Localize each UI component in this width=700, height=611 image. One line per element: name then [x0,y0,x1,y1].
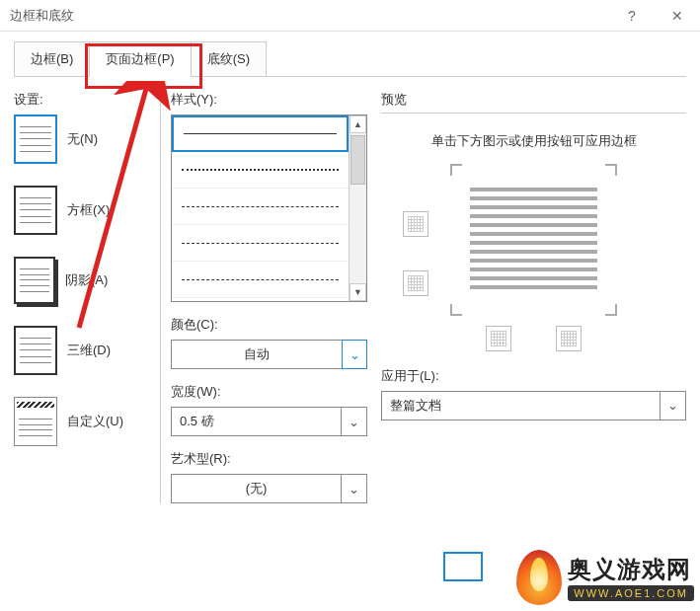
setting-none[interactable]: 无(N) [14,115,152,164]
scroll-thumb[interactable] [350,135,365,185]
art-dropdown[interactable]: (无) ⌄ [171,474,367,503]
corner-tl [450,164,462,176]
scroll-down-icon[interactable]: ▼ [350,283,366,301]
chevron-down-icon[interactable]: ⌄ [342,340,367,369]
style-dashdot[interactable] [172,262,349,298]
edge-bottom-button[interactable] [403,270,428,296]
style-scrollbar[interactable]: ▲ ▼ [349,115,366,301]
setting-3d[interactable]: 三维(D) [14,326,152,375]
setting-shadow-label: 阴影(A) [65,271,108,289]
style-label: 样式(Y): [171,91,367,109]
watermark: 奥义游戏网 WWW.AOE1.COM [516,550,694,605]
flame-icon [516,550,562,605]
tab-page-border[interactable]: 页面边框(P) [89,41,191,76]
style-dashed2[interactable] [172,225,349,262]
width-value: 0.5 磅 [172,408,341,435]
edge-top-button[interactable] [403,211,428,237]
corner-br [605,304,617,316]
setting-shadow[interactable]: 阴影(A) [14,257,152,304]
setting-custom-label: 自定义(U) [67,413,123,430]
setting-3d-thumb [14,326,57,375]
preview-canvas [387,164,680,351]
preview-doc [470,188,597,289]
setting-box[interactable]: 方框(X) [14,186,152,235]
help-button[interactable]: ? [609,0,655,32]
edge-left-button[interactable] [486,326,511,351]
apply-dropdown[interactable]: 整篇文档 ⌄ [381,391,686,420]
preview-hint: 单击下方图示或使用按钮可应用边框 [391,131,676,152]
setting-box-label: 方框(X) [67,201,110,219]
color-label: 颜色(C): [171,316,367,334]
preview-column: 预览 单击下方图示或使用按钮可应用边框 应用于(L): 整篇文档 ⌄ [375,87,686,503]
edge-right-button[interactable] [556,326,582,351]
style-solid[interactable] [172,115,349,152]
corner-bl [450,304,462,316]
color-dropdown[interactable]: 自动 ⌄ [171,340,367,369]
chevron-down-icon[interactable]: ⌄ [341,408,366,435]
window-title: 边框和底纹 [10,7,74,25]
dialog-button[interactable] [443,552,483,581]
setting-none-label: 无(N) [67,130,98,148]
close-button[interactable]: ✕ [655,0,700,32]
watermark-url: WWW.AOE1.COM [568,585,694,601]
tab-shading[interactable]: 底纹(S) [191,41,267,76]
corner-tr [605,164,617,176]
watermark-name: 奥义游戏网 [568,554,694,585]
width-label: 宽度(W): [171,383,367,401]
style-dashed[interactable] [172,189,349,225]
apply-label: 应用于(L): [381,367,686,385]
chevron-down-icon[interactable]: ⌄ [341,475,366,502]
setting-shadow-thumb [14,257,55,304]
tab-border[interactable]: 边框(B) [14,41,90,76]
width-dropdown[interactable]: 0.5 磅 ⌄ [171,407,367,436]
tab-strip: 边框(B) 页面边框(P) 底纹(S) [14,41,686,77]
style-listbox[interactable]: ▲ ▼ [171,115,367,302]
style-column: 样式(Y): ▲ ▼ 颜色(C): 自动 ⌄ 宽度(W): 0.5 磅 ⌄ [160,87,367,503]
preview-label: 预览 [381,91,686,114]
titlebar: 边框和底纹 ? ✕ [0,0,700,32]
color-value: 自动 [172,341,342,368]
art-value: (无) [172,475,341,502]
apply-value: 整篇文档 [382,392,660,420]
setting-none-thumb [14,115,57,164]
setting-custom[interactable]: 自定义(U) [14,397,152,446]
art-label: 艺术型(R): [171,450,367,468]
setting-3d-label: 三维(D) [67,342,111,359]
settings-column: 设置: 无(N) 方框(X) 阴影(A) 三维(D) [14,87,152,503]
scroll-up-icon[interactable]: ▲ [350,115,366,133]
setting-box-thumb [14,186,57,235]
style-dotted[interactable] [172,152,349,189]
settings-label: 设置: [14,91,152,109]
setting-custom-thumb [14,397,57,446]
chevron-down-icon[interactable]: ⌄ [660,392,685,420]
